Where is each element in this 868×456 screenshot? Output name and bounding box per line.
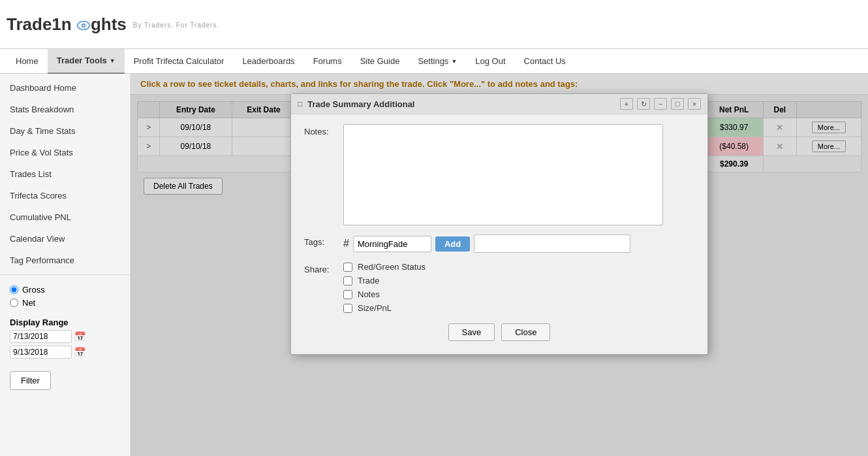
sidebar-item-trifecta-scores[interactable]: Trifecta Scores <box>0 185 130 206</box>
share-checkbox-size-pnl[interactable] <box>343 304 352 313</box>
share-checkbox-red-green[interactable] <box>343 263 352 272</box>
modal-pin-button[interactable]: + <box>620 98 633 110</box>
sidebar-item-day-time-stats[interactable]: Day & Time Stats <box>0 120 130 142</box>
share-options: Red/Green Status Trade Notes <box>343 262 426 313</box>
share-option-label-size-pnl: Size/PnL <box>358 303 392 313</box>
share-option-notes[interactable]: Notes <box>343 289 426 299</box>
nav-site-guide[interactable]: Site Guide <box>351 49 409 74</box>
modal-title: Trade Summary Additional <box>307 99 615 109</box>
share-option-trade[interactable]: Trade <box>343 276 426 285</box>
modal-close-button[interactable]: × <box>688 98 701 110</box>
nav-forums[interactable]: Forums <box>304 49 351 74</box>
radio-gross[interactable]: Gross <box>10 285 120 295</box>
radio-net-input[interactable] <box>10 299 18 307</box>
share-checkbox-trade[interactable] <box>343 276 352 285</box>
settings-arrow-icon: ▼ <box>451 58 457 65</box>
notes-textarea[interactable] <box>343 124 663 225</box>
tag-hash-icon: # <box>343 238 349 250</box>
share-row: Share: Red/Green Status Trade <box>304 262 694 313</box>
share-option-label-red-green: Red/Green Status <box>358 262 426 272</box>
modal-refresh-button[interactable]: ↻ <box>637 98 650 110</box>
modal-maximize-button[interactable]: □ <box>671 98 684 110</box>
tags-input-area: # Add <box>343 235 630 253</box>
modal-controls: + ↻ − □ × <box>620 98 701 110</box>
modal-overlay: □ Trade Summary Additional + ↻ − □ × Not… <box>131 74 868 456</box>
start-date-calendar-icon[interactable]: 📅 <box>74 331 85 342</box>
display-range-label: Display Range <box>10 318 120 327</box>
trader-tools-arrow-icon: ▼ <box>110 57 116 64</box>
notes-row: Notes: <box>304 124 694 225</box>
modal-minimize-button[interactable]: − <box>654 98 667 110</box>
sidebar-item-dashboard-home[interactable]: Dashboard Home <box>0 77 130 99</box>
content-area: Click a row to see ticket details, chart… <box>131 74 868 456</box>
tags-input[interactable] <box>353 236 431 252</box>
add-tag-button[interactable]: Add <box>435 236 470 252</box>
logo-eye-icon <box>76 18 91 33</box>
share-checkbox-notes[interactable] <box>343 290 352 299</box>
logo-text: Trade1n ghts <box>7 14 127 35</box>
nav-settings[interactable]: Settings ▼ <box>409 49 466 74</box>
nav-trader-tools[interactable]: Trader Tools ▼ <box>48 49 125 74</box>
sidebar-item-price-vol-stats[interactable]: Price & Vol Stats <box>0 142 130 163</box>
nav-profit-trifecta[interactable]: Profit Trifecta Calculator <box>125 49 234 74</box>
start-date-input[interactable] <box>10 330 72 343</box>
share-option-size-pnl[interactable]: Size/PnL <box>343 303 426 313</box>
notes-label: Notes: <box>304 124 337 137</box>
tags-label: Tags: <box>304 235 337 247</box>
filter-button[interactable]: Filter <box>10 371 51 390</box>
close-modal-button[interactable]: Close <box>501 323 550 341</box>
modal-titlebar: □ Trade Summary Additional + ↻ − □ × <box>291 94 707 114</box>
display-range: Display Range 📅 📅 <box>0 314 130 368</box>
share-label: Share: <box>304 262 337 274</box>
start-date-row: 📅 <box>10 330 120 343</box>
save-button[interactable]: Save <box>448 323 495 341</box>
logo-subtitle: By Traders. For Traders. <box>133 22 219 29</box>
share-option-red-green[interactable]: Red/Green Status <box>343 262 426 272</box>
top-bar: Trade1n ghts By Traders. For Traders. <box>0 0 868 49</box>
end-date-row: 📅 <box>10 346 120 359</box>
logo: Trade1n ghts By Traders. For Traders. <box>7 14 219 35</box>
sidebar-item-tag-performance[interactable]: Tag Performance <box>0 250 130 271</box>
share-option-label-notes: Notes <box>358 289 380 299</box>
sidebar-item-trades-list[interactable]: Trades List <box>0 163 130 185</box>
tags-display <box>474 235 630 253</box>
modal-footer: Save Close <box>304 323 694 341</box>
radio-net[interactable]: Net <box>10 298 120 308</box>
navigation: Home Trader Tools ▼ Profit Trifecta Calc… <box>0 49 868 74</box>
main-area: Dashboard Home Stats Breakdown Day & Tim… <box>0 74 868 456</box>
tags-row: Tags: # Add <box>304 235 694 253</box>
end-date-calendar-icon[interactable]: 📅 <box>74 347 85 357</box>
share-option-label-trade: Trade <box>358 276 379 285</box>
sidebar-item-stats-breakdown[interactable]: Stats Breakdown <box>0 99 130 120</box>
nav-leaderboards[interactable]: Leaderboards <box>233 49 303 74</box>
modal-body: Notes: Tags: # Add <box>291 114 707 354</box>
nav-contact-us[interactable]: Contact Us <box>515 49 575 74</box>
nav-log-out[interactable]: Log Out <box>466 49 514 74</box>
modal-dialog: □ Trade Summary Additional + ↻ − □ × Not… <box>290 93 708 355</box>
modal-title-icon: □ <box>298 99 302 108</box>
radio-gross-input[interactable] <box>10 285 18 294</box>
end-date-input[interactable] <box>10 346 72 359</box>
sidebar-item-calendar-view[interactable]: Calendar View <box>0 228 130 250</box>
nav-home[interactable]: Home <box>7 49 48 74</box>
sidebar-item-cumulative-pnl[interactable]: Cumulative PNL <box>0 206 130 228</box>
sidebar-divider <box>0 274 130 275</box>
svg-point-2 <box>83 24 85 26</box>
pnl-radio-group: Gross Net <box>0 278 130 314</box>
sidebar: Dashboard Home Stats Breakdown Day & Tim… <box>0 74 131 456</box>
